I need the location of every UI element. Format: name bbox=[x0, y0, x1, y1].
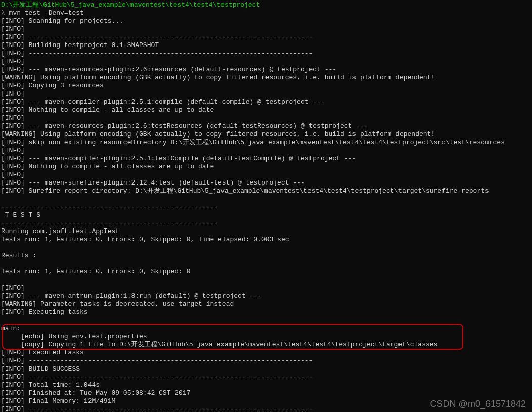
output-line: [INFO] Executing tasks bbox=[1, 308, 531, 316]
output-line: [INFO] bbox=[1, 284, 531, 292]
output-line: [INFO] Copying 3 resources bbox=[1, 82, 531, 90]
prompt-symbol: λ bbox=[1, 9, 5, 17]
output-line: [INFO] ---------------------------------… bbox=[1, 50, 531, 58]
output-line: [INFO] Finished at: Tue May 09 05:08:42 … bbox=[1, 389, 531, 397]
output-line bbox=[1, 244, 531, 252]
output-line: Running com.jsoft.test.AppTest bbox=[1, 227, 531, 236]
output-line: [INFO] ---------------------------------… bbox=[1, 33, 531, 41]
output-line: ----------------------------------------… bbox=[1, 219, 531, 227]
output-line: [INFO] BUILD SUCCESS bbox=[1, 365, 531, 373]
command-line[interactable]: λ mvn test -Denv=test bbox=[1, 9, 531, 17]
output-line: [WARNING] Parameter tasks is deprecated,… bbox=[1, 300, 531, 308]
output-line bbox=[1, 195, 531, 203]
output-line: [INFO] skip non existing resourceDirecto… bbox=[1, 139, 531, 147]
output-line: [WARNING] Using platform encoding (GBK a… bbox=[1, 74, 531, 82]
watermark: CSDN @m0_61571842 bbox=[430, 400, 526, 408]
output-line: [INFO] Nothing to compile - all classes … bbox=[1, 163, 531, 171]
highlighted-output: main: [echo] Using env.test.properties [… bbox=[1, 325, 531, 349]
output-line: [INFO] bbox=[1, 114, 531, 122]
output-line: T E S T S bbox=[1, 211, 531, 219]
output-line: [INFO] --- maven-surefire-plugin:2.12.4:… bbox=[1, 179, 531, 187]
output-line: [INFO] --- maven-compiler-plugin:2.5.1:t… bbox=[1, 155, 531, 163]
output-line: ----------------------------------------… bbox=[1, 203, 531, 211]
output-line: [copy] Copying 1 file to D:\开发工程\GitHub\… bbox=[1, 341, 531, 349]
output-line: [INFO] bbox=[1, 90, 531, 98]
output-line: [INFO] Building testproject 0.1-SNAPSHOT bbox=[1, 41, 531, 50]
prompt-line: D:\开发工程\GitHub\5_java_example\maventest\… bbox=[1, 1, 531, 9]
output-line: [INFO] Executed tasks bbox=[1, 349, 531, 357]
output-line: [INFO] --- maven-resources-plugin:2.6:re… bbox=[1, 66, 531, 74]
output-line: Tests run: 1, Failures: 0, Errors: 0, Sk… bbox=[1, 268, 531, 276]
output-line bbox=[1, 316, 531, 325]
terminal-output: [INFO] Scanning for projects...[INFO][IN… bbox=[1, 17, 531, 325]
output-line: [echo] Using env.test.properties bbox=[1, 333, 531, 341]
output-line: [INFO] Total time: 1.044s bbox=[1, 381, 531, 389]
output-line: [INFO] bbox=[1, 25, 531, 33]
output-line bbox=[1, 276, 531, 284]
output-line: main: bbox=[1, 325, 531, 333]
output-line: [INFO] bbox=[1, 147, 531, 155]
output-line: [INFO] bbox=[1, 58, 531, 66]
output-line: [INFO] ---------------------------------… bbox=[1, 373, 531, 381]
output-line: [INFO] ---------------------------------… bbox=[1, 357, 531, 365]
output-line: Tests run: 1, Failures: 0, Errors: 0, Sk… bbox=[1, 236, 531, 244]
output-line: [INFO] Surefire report directory: D:\开发工… bbox=[1, 187, 531, 195]
prompt-path: D:\开发工程\GitHub\5_java_example\maventest\… bbox=[1, 1, 260, 9]
output-line: Results : bbox=[1, 252, 531, 260]
output-line: [INFO] --- maven-resources-plugin:2.6:te… bbox=[1, 122, 531, 130]
output-line: [INFO] bbox=[1, 171, 531, 179]
output-line: [INFO] Scanning for projects... bbox=[1, 17, 531, 25]
command-text: mvn test -Denv=test bbox=[5, 9, 84, 17]
output-line: [INFO] --- maven-compiler-plugin:2.5.1:c… bbox=[1, 98, 531, 106]
output-line bbox=[1, 260, 531, 268]
output-line: [INFO] --- maven-antrun-plugin:1.8:run (… bbox=[1, 292, 531, 300]
output-line: [WARNING] Using platform encoding (GBK a… bbox=[1, 130, 531, 139]
output-line: [INFO] Nothing to compile - all classes … bbox=[1, 106, 531, 114]
